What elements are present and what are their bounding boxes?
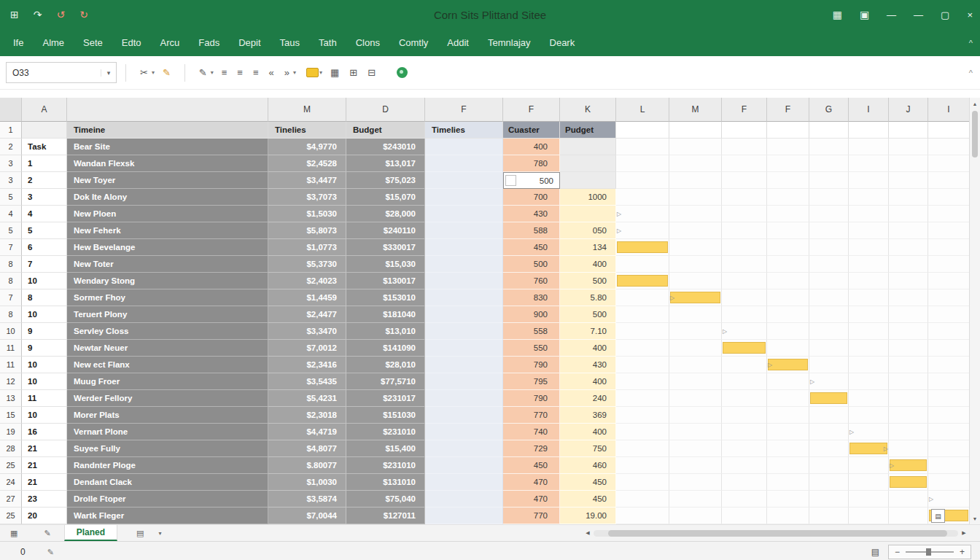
horizontal-scroll-thumb[interactable] bbox=[608, 530, 947, 537]
timeline-cell[interactable]: $5,3730 bbox=[268, 256, 346, 273]
timelies-cell[interactable] bbox=[425, 340, 503, 357]
cuaster-cell[interactable]: 700 bbox=[503, 189, 560, 206]
gantt-cell[interactable] bbox=[669, 155, 722, 172]
gantt-cell[interactable] bbox=[889, 491, 928, 508]
gantt-cell[interactable] bbox=[722, 440, 767, 457]
name-box-dropdown-icon[interactable]: ▾ bbox=[101, 69, 116, 77]
cuaster-cell[interactable]: 770 bbox=[503, 508, 560, 524]
row-number[interactable]: 8 bbox=[0, 273, 22, 289]
timeline-cell[interactable]: $4,8077 bbox=[268, 440, 346, 457]
gantt-cell[interactable]: ▷ bbox=[616, 206, 669, 222]
increase-indent-icon[interactable]: » bbox=[284, 68, 289, 77]
name-cell[interactable]: Morer Plats bbox=[67, 407, 268, 424]
timelies-cell[interactable] bbox=[425, 206, 503, 222]
gantt-cell[interactable] bbox=[809, 222, 849, 239]
task-cell[interactable]: 20 bbox=[22, 508, 67, 524]
gantt-cell[interactable] bbox=[809, 457, 849, 474]
gantt-cell[interactable] bbox=[809, 139, 849, 155]
gantt-cell[interactable] bbox=[889, 407, 928, 424]
row-number[interactable]: 13 bbox=[0, 390, 22, 407]
task-cell[interactable]: 10 bbox=[22, 273, 67, 289]
fill-color-icon[interactable] bbox=[306, 68, 319, 77]
timeline-cell[interactable]: $2,3416 bbox=[268, 357, 346, 373]
gantt-cell[interactable] bbox=[809, 390, 849, 407]
gantt-cell[interactable] bbox=[889, 189, 928, 206]
gantt-cell[interactable] bbox=[722, 474, 767, 491]
gantt-cell[interactable] bbox=[889, 139, 928, 155]
name-cell[interactable]: Wendary Stong bbox=[67, 273, 268, 289]
gantt-cell[interactable] bbox=[849, 457, 889, 474]
gantt-cell[interactable] bbox=[928, 155, 970, 172]
pudget-cell[interactable]: 1000 bbox=[560, 189, 616, 206]
cuaster-cell[interactable]: 430 bbox=[503, 206, 560, 222]
task-header-cell[interactable] bbox=[22, 122, 67, 139]
gantt-cell[interactable] bbox=[669, 340, 722, 357]
gantt-bar[interactable] bbox=[617, 241, 668, 253]
name-cell[interactable]: Bear Site bbox=[67, 139, 268, 155]
name-box[interactable]: O33 ▾ bbox=[6, 62, 117, 83]
gantt-cell[interactable] bbox=[889, 424, 928, 440]
gantt-cell[interactable] bbox=[889, 373, 928, 390]
gantt-cell[interactable] bbox=[722, 273, 767, 289]
gantt-cell[interactable] bbox=[616, 457, 669, 474]
gantt-cell[interactable] bbox=[767, 206, 809, 222]
gantt-header-cell[interactable] bbox=[722, 122, 767, 139]
minimize-icon[interactable]: — bbox=[887, 9, 896, 20]
gantt-cell[interactable] bbox=[616, 373, 669, 390]
row-number[interactable]: 3 bbox=[0, 172, 22, 189]
task-cell[interactable]: 1 bbox=[22, 155, 67, 172]
gantt-cell[interactable] bbox=[767, 508, 809, 524]
name-cell[interactable]: New ect Flanx bbox=[67, 357, 268, 373]
gantt-cell[interactable] bbox=[928, 139, 970, 155]
gantt-cell[interactable] bbox=[928, 474, 970, 491]
row-number[interactable]: 7 bbox=[0, 239, 22, 256]
gantt-cell[interactable] bbox=[849, 239, 889, 256]
gantt-bar[interactable] bbox=[723, 342, 766, 354]
gantt-cell[interactable] bbox=[849, 390, 889, 407]
gantt-cell[interactable] bbox=[616, 407, 669, 424]
row-number[interactable]: 4 bbox=[0, 206, 22, 222]
gantt-cell[interactable] bbox=[669, 390, 722, 407]
gantt-bar[interactable] bbox=[617, 275, 668, 287]
cuaster-cell[interactable]: 470 bbox=[503, 491, 560, 508]
cuaster-cell[interactable]: 500 bbox=[503, 256, 560, 273]
pudget-cell[interactable] bbox=[560, 155, 616, 172]
menu-item-fads[interactable]: Fads bbox=[198, 37, 219, 48]
gantt-cell[interactable]: ▷ bbox=[722, 323, 767, 340]
gantt-cell[interactable] bbox=[669, 222, 722, 239]
budget-cell[interactable]: $13,010 bbox=[346, 323, 425, 340]
name-cell[interactable]: New Ploen bbox=[67, 206, 268, 222]
gantt-cell[interactable] bbox=[928, 289, 970, 306]
gantt-cell[interactable] bbox=[809, 340, 849, 357]
timeline-cell[interactable]: $3,3470 bbox=[268, 323, 346, 340]
gantt-cell[interactable] bbox=[767, 491, 809, 508]
cuaster-cell[interactable]: 729 bbox=[503, 440, 560, 457]
pudget-cell[interactable]: 430 bbox=[560, 357, 616, 373]
gantt-cell[interactable] bbox=[669, 139, 722, 155]
row-number[interactable]: 10 bbox=[0, 323, 22, 340]
gantt-cell[interactable] bbox=[616, 239, 669, 256]
pudget-cell[interactable]: 369 bbox=[560, 407, 616, 424]
gantt-cell[interactable] bbox=[889, 474, 928, 491]
name-cell[interactable]: Hew Bevelange bbox=[67, 239, 268, 256]
menu-item-deark[interactable]: Deark bbox=[550, 37, 575, 48]
gantt-cell[interactable] bbox=[809, 206, 849, 222]
gantt-cell[interactable] bbox=[767, 239, 809, 256]
timelies-cell[interactable] bbox=[425, 407, 503, 424]
timelies-cell[interactable] bbox=[425, 474, 503, 491]
pudget-cell[interactable] bbox=[560, 206, 616, 222]
gantt-cell[interactable] bbox=[849, 206, 889, 222]
cuaster-cell[interactable]: 740 bbox=[503, 424, 560, 440]
name-cell[interactable]: Drolle Ftoper bbox=[67, 491, 268, 508]
gantt-cell[interactable] bbox=[767, 289, 809, 306]
gantt-cell[interactable] bbox=[616, 273, 669, 289]
gantt-cell[interactable] bbox=[767, 222, 809, 239]
pudget-cell[interactable]: 400 bbox=[560, 340, 616, 357]
gantt-cell[interactable] bbox=[809, 306, 849, 323]
cuaster-cell[interactable]: 470 bbox=[503, 474, 560, 491]
gantt-cell[interactable] bbox=[928, 340, 970, 357]
indent-dropdown-icon[interactable]: ▾ bbox=[293, 69, 296, 76]
timelies-cell[interactable] bbox=[425, 323, 503, 340]
column-header-7[interactable]: K bbox=[560, 98, 616, 122]
gantt-cell[interactable] bbox=[767, 407, 809, 424]
